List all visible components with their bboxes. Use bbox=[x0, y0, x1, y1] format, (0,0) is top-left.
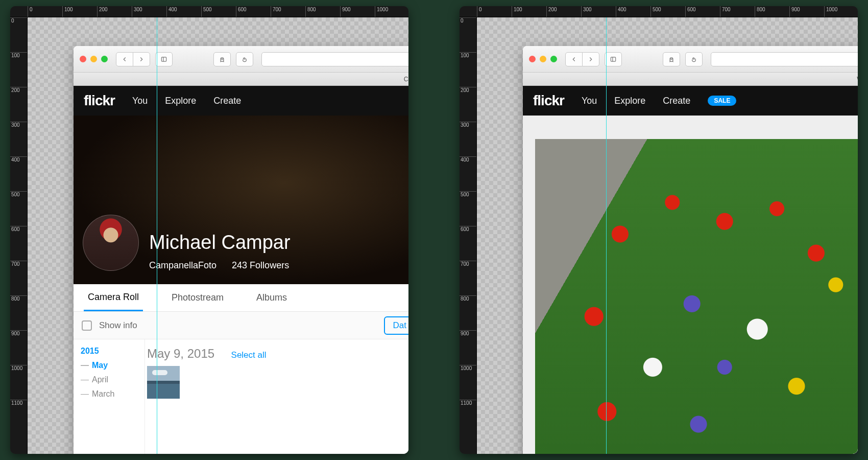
minimize-icon[interactable] bbox=[90, 56, 97, 62]
nav-explore[interactable]: Explore bbox=[165, 96, 196, 106]
profile-cover: Michael Campar CampanellaFoto 243 Follow… bbox=[74, 116, 408, 284]
photo-page bbox=[523, 116, 858, 454]
extension-ghost-icon[interactable] bbox=[663, 52, 680, 66]
date-sidebar: 2015 —May —April —March bbox=[74, 339, 145, 454]
photo-thumbnail[interactable] bbox=[147, 366, 180, 399]
close-icon[interactable] bbox=[529, 56, 536, 62]
address-bar[interactable] bbox=[261, 52, 408, 66]
select-all-link[interactable]: Select all bbox=[231, 350, 267, 360]
canvas-left[interactable]: Cam flickr You Explore Create Michael Ca… bbox=[28, 17, 408, 454]
tab-title[interactable]: Cam bbox=[404, 76, 408, 83]
extension-ghost-icon[interactable] bbox=[213, 52, 231, 66]
tab-bar: We bbox=[523, 73, 858, 86]
back-button[interactable] bbox=[116, 52, 133, 66]
svg-point-3 bbox=[223, 58, 223, 59]
tab-albums[interactable]: Albums bbox=[252, 284, 291, 311]
roll-body: 2015 —May —April —March May 9, 2015 Sele… bbox=[74, 339, 408, 454]
profile-username[interactable]: CampanellaFoto bbox=[149, 260, 216, 271]
sidebar-toggle-button[interactable] bbox=[155, 52, 173, 66]
svg-rect-0 bbox=[161, 57, 166, 61]
nav-create[interactable]: Create bbox=[213, 96, 241, 106]
ruler-left: 0 100 200 300 400 500 600 700 800 900 10… bbox=[10, 17, 28, 454]
window-controls bbox=[529, 56, 557, 62]
editor-panel-left: 0 100 200 300 400 500 600 700 800 900 10… bbox=[10, 6, 408, 454]
ruler-top: 0 100 200 300 400 500 600 700 800 900 10… bbox=[10, 6, 408, 17]
window-controls bbox=[80, 56, 108, 62]
profile-tabs: Camera Roll Photostream Albums bbox=[74, 284, 408, 312]
nav-you[interactable]: You bbox=[582, 96, 597, 106]
zoom-icon[interactable] bbox=[101, 56, 108, 62]
extension-hand-icon[interactable] bbox=[236, 52, 253, 66]
month-may[interactable]: —May bbox=[81, 361, 144, 370]
forward-button[interactable] bbox=[133, 52, 150, 66]
tab-bar: Cam bbox=[74, 73, 408, 86]
month-march[interactable]: —March bbox=[81, 389, 144, 399]
profile-subline: CampanellaFoto 243 Followers bbox=[149, 260, 289, 271]
show-info-label: Show info bbox=[99, 320, 137, 331]
tab-photostream[interactable]: Photostream bbox=[167, 284, 228, 311]
ruler-top: 0 100 200 300 400 500 600 700 800 900 10… bbox=[460, 6, 858, 17]
flickr-header: flickr You Explore Create SALE bbox=[523, 86, 858, 116]
browser-toolbar bbox=[74, 46, 408, 73]
avatar[interactable] bbox=[83, 215, 139, 271]
minimize-icon[interactable] bbox=[540, 56, 546, 62]
nav-create[interactable]: Create bbox=[663, 96, 690, 106]
roll-grid: May 9, 2015 Select all bbox=[145, 339, 408, 454]
sale-badge[interactable]: SALE bbox=[708, 96, 736, 106]
close-icon[interactable] bbox=[80, 56, 86, 62]
svg-point-7 bbox=[672, 58, 672, 59]
flickr-header: flickr You Explore Create bbox=[74, 86, 408, 116]
month-april[interactable]: —April bbox=[81, 375, 144, 384]
svg-point-6 bbox=[670, 58, 671, 59]
flickr-logo[interactable]: flickr bbox=[84, 93, 115, 109]
roll-toolbar: Show info Dat bbox=[74, 312, 408, 339]
main-photo[interactable] bbox=[535, 139, 858, 454]
browser-window-right: We flickr You Explore Create SALE bbox=[523, 46, 858, 454]
roll-date: May 9, 2015 bbox=[147, 347, 214, 360]
profile-name: Michael Campar bbox=[149, 232, 291, 254]
svg-point-2 bbox=[221, 58, 222, 59]
show-info-checkbox[interactable] bbox=[82, 320, 92, 331]
extension-hand-icon[interactable] bbox=[685, 52, 703, 66]
zoom-icon[interactable] bbox=[550, 56, 557, 62]
year-2015[interactable]: 2015 bbox=[81, 347, 144, 356]
flickr-logo[interactable]: flickr bbox=[533, 93, 564, 109]
tab-title[interactable]: We bbox=[857, 76, 858, 83]
editor-panel-right: 0 100 200 300 400 500 600 700 800 900 10… bbox=[460, 6, 858, 454]
back-button[interactable] bbox=[565, 52, 583, 66]
nav-you[interactable]: You bbox=[132, 96, 148, 106]
tab-camera-roll[interactable]: Camera Roll bbox=[84, 284, 143, 311]
svg-rect-4 bbox=[611, 57, 615, 61]
browser-toolbar bbox=[523, 46, 858, 73]
forward-button[interactable] bbox=[582, 52, 599, 66]
address-bar[interactable] bbox=[711, 52, 858, 66]
profile-followers[interactable]: 243 Followers bbox=[232, 260, 289, 271]
date-taken-button[interactable]: Dat bbox=[384, 316, 408, 335]
ruler-left: 0 100 200 300 400 500 600 700 800 900 10… bbox=[460, 17, 477, 454]
sidebar-toggle-button[interactable] bbox=[605, 52, 622, 66]
browser-window-left: Cam flickr You Explore Create Michael Ca… bbox=[74, 46, 408, 454]
canvas-right[interactable]: We flickr You Explore Create SALE bbox=[477, 17, 858, 454]
nav-explore[interactable]: Explore bbox=[614, 96, 645, 106]
